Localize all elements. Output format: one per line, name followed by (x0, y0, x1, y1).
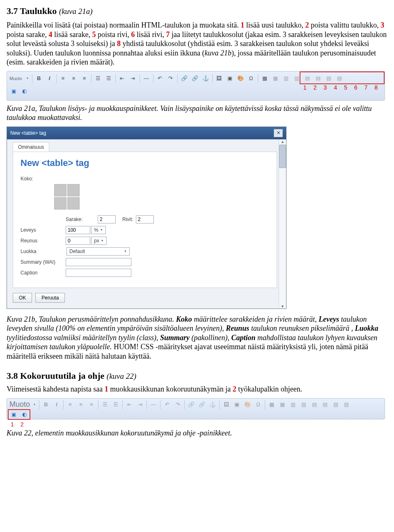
section-37-kuva-ref: (kuva 21a) (59, 7, 93, 16)
hr-icon[interactable]: ― (149, 401, 158, 409)
summary-input[interactable] (66, 258, 131, 266)
redo-icon[interactable]: ↷ (167, 74, 175, 83)
summary-label: Summary (WAI) (21, 259, 66, 265)
caption-21a: Kuva 21a, Taulukon lisäys- ja muokkauspa… (7, 104, 387, 122)
num-2: 2 (305, 21, 309, 29)
new-table-dialog: New <table> tag ✕ ▲ ▼ Ominaisuus New <ta… (7, 127, 286, 309)
align-center-icon[interactable]: ≡ (70, 74, 78, 83)
reunus-unit-select[interactable]: px▼ (91, 237, 107, 245)
unit-text: % (94, 227, 98, 233)
insert-col-icon[interactable]: ▥ (300, 401, 308, 409)
insert-table-icon[interactable]: ▦ (268, 401, 276, 409)
align-center-icon[interactable]: ≡ (77, 401, 85, 409)
close-icon[interactable]: ✕ (274, 129, 283, 137)
luokka-select[interactable]: Default▼ (66, 247, 130, 256)
outdent-icon[interactable]: ⇤ (125, 401, 133, 409)
merge-cell-icon[interactable]: ▨ (335, 74, 344, 83)
caption-b: Caption (231, 334, 255, 342)
num-2: 2 (233, 385, 236, 393)
align-left-icon[interactable]: ≡ (59, 74, 67, 83)
luokka-b: Luokka (355, 324, 378, 332)
delete-row-icon[interactable]: ▤ (303, 74, 312, 83)
reunus-input[interactable] (66, 237, 90, 245)
ordered-list-icon[interactable]: ☰ (94, 74, 102, 83)
section-37-title: 3.7 Taulukko (7, 6, 57, 16)
muoto-dropdown-icon[interactable]: ▾ (25, 75, 30, 82)
anchor-icon[interactable]: ⚓ (208, 401, 217, 409)
annotation-numbers-22: 12 (11, 421, 387, 428)
outdent-icon[interactable]: ⇤ (118, 74, 126, 83)
muoto-dropdown-icon[interactable]: ▾ (32, 401, 37, 408)
fullscreen-icon[interactable]: ▣ (9, 87, 18, 95)
undo-icon[interactable]: ↶ (163, 401, 171, 409)
peruuta-button[interactable]: Peruuta (35, 293, 65, 303)
separator (153, 74, 153, 83)
omega-icon[interactable]: Ω (254, 401, 262, 409)
align-right-icon[interactable]: ≡ (80, 74, 89, 83)
image-icon[interactable]: 🖼 (215, 74, 223, 83)
unordered-list-icon[interactable]: ☰ (105, 74, 113, 83)
delete-table-icon[interactable]: ▦ (278, 401, 286, 409)
insert-row-icon[interactable]: ▤ (314, 74, 322, 83)
scroll-down-icon[interactable]: ▼ (281, 304, 284, 309)
txt: lisää rivi, (135, 30, 166, 39)
ordered-list-icon[interactable]: ☰ (101, 401, 109, 409)
align-left-icon[interactable]: ≡ (66, 401, 74, 409)
split-cell-icon[interactable]: ▧ (325, 74, 333, 83)
dialog-scrollbar[interactable]: ▲ ▼ (279, 140, 286, 309)
delete-col-icon[interactable]: ▥ (282, 74, 290, 83)
merge-cell-icon[interactable]: ▨ (342, 401, 350, 409)
delete-table-icon[interactable]: ▦ (271, 74, 279, 83)
ok-button[interactable]: OK (13, 293, 32, 303)
link-icon[interactable]: 🔗 (187, 401, 195, 409)
reunus-label: Reunus (21, 238, 66, 244)
delete-col-icon[interactable]: ▥ (289, 401, 297, 409)
anchor-icon[interactable]: ⚓ (202, 74, 210, 83)
redo-icon[interactable]: ↷ (174, 401, 182, 409)
txt: tyylitiedostossa valmiiksi määritellyn t… (7, 334, 160, 342)
link-icon[interactable]: 🔗 (180, 74, 188, 83)
image-icon[interactable]: 🖼 (222, 401, 230, 409)
help-icon[interactable]: ◐ (20, 410, 28, 419)
indent-icon[interactable]: ⇥ (129, 74, 137, 83)
rivit-input[interactable] (136, 215, 154, 223)
leveys-unit-select[interactable]: %▼ (91, 226, 106, 234)
indent-icon[interactable]: ⇥ (136, 401, 144, 409)
koko-label: Koko: (21, 176, 66, 182)
summary-b: Summary (160, 334, 190, 342)
split-cell-icon[interactable]: ▧ (332, 401, 340, 409)
tab-ominaisuus[interactable]: Ominaisuus (13, 142, 49, 152)
palette-icon[interactable]: 🎨 (236, 74, 245, 83)
unlink-icon[interactable]: 🔗 (198, 401, 206, 409)
bold-icon[interactable]: B (42, 401, 50, 409)
undo-icon[interactable]: ↶ (156, 74, 164, 83)
separator (140, 74, 140, 83)
caption-input[interactable] (66, 269, 131, 277)
separator (265, 400, 265, 409)
unordered-list-icon[interactable]: ☰ (112, 401, 120, 409)
scroll-up-icon[interactable]: ▲ (281, 140, 284, 144)
txt: (pakollinen), (190, 334, 231, 342)
separator (177, 74, 178, 83)
palette-icon[interactable]: 🎨 (243, 401, 252, 409)
scroll-thumb[interactable] (279, 145, 286, 168)
media-icon[interactable]: ▣ (226, 74, 234, 83)
insert-row-icon[interactable]: ▤ (321, 401, 329, 409)
media-icon[interactable]: ▣ (233, 401, 241, 409)
align-right-icon[interactable]: ≡ (87, 401, 96, 409)
hr-icon[interactable]: ― (142, 74, 151, 83)
unlink-icon[interactable]: 🔗 (191, 74, 199, 83)
help-icon[interactable]: ◐ (20, 87, 28, 95)
annotation-numbers-21a: 12345678 (303, 84, 385, 91)
fullscreen-icon[interactable]: ▣ (9, 410, 18, 419)
delete-row-icon[interactable]: ▤ (310, 401, 318, 409)
section-37-heading: 3.7 Taulukko (kuva 21a) (7, 6, 387, 16)
omega-icon[interactable]: Ω (247, 74, 255, 83)
italic-icon[interactable]: I (46, 74, 54, 83)
leveys-input[interactable] (66, 226, 90, 234)
insert-col-icon[interactable]: ▥ (293, 74, 301, 83)
sarake-input[interactable] (98, 215, 116, 223)
italic-icon[interactable]: I (53, 401, 61, 409)
insert-table-icon[interactable]: ▦ (261, 74, 269, 83)
bold-icon[interactable]: B (35, 74, 43, 83)
